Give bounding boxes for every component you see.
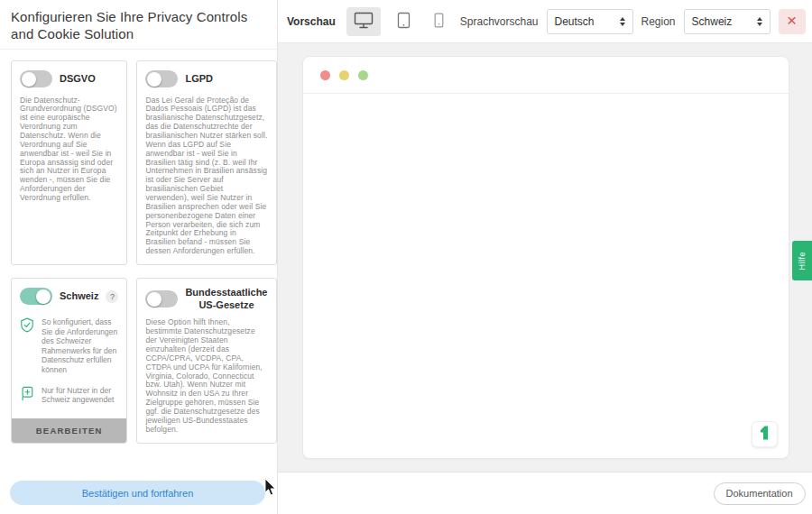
language-select[interactable]: Deutsch (547, 9, 633, 34)
help-tab[interactable]: Hilfe (792, 241, 812, 280)
desktop-icon (354, 12, 374, 32)
shield-check-icon (20, 317, 34, 375)
window-dot-yellow (339, 70, 349, 80)
card-schweiz: Schweiz ? So konfiguriert, dass Sie die … (11, 278, 127, 444)
confirm-continue-button[interactable]: Bestätigen und fortfahren (10, 481, 265, 505)
lgpd-label: LGPD (185, 73, 213, 86)
schweiz-point-users: Nur für Nutzer in der Schweiz angewendet (20, 386, 118, 405)
lgpd-toggle[interactable] (145, 70, 178, 87)
bearbeiten-button[interactable]: BEARBEITEN (12, 418, 126, 443)
card-dsgvo: DSGVO Die Datenschutz-Grundverordnung (D… (11, 60, 127, 265)
browser-mockup-window (302, 56, 789, 459)
region-select[interactable]: Schweiz (684, 9, 770, 34)
card-us-gesetze: Bundesstaatliche US-Gesetze Diese Option… (136, 278, 276, 444)
tablet-icon (397, 12, 411, 32)
schweiz-toggle[interactable] (20, 288, 52, 305)
topbar-right-controls: Sprachvorschau Deutsch Region Schweiz × (460, 9, 806, 34)
toggle-knob (22, 72, 36, 87)
close-preview-button[interactable]: × (779, 9, 806, 34)
dsgvo-description: Die Datenschutz-Grundverordnung (DSGVO) … (20, 96, 118, 203)
dsgvo-label: DSGVO (60, 73, 96, 86)
toggle-knob (147, 72, 161, 87)
us-description: Diese Option hilft Ihnen, bestimmte Date… (145, 318, 267, 434)
config-panel: Konfigurieren Sie Ihre Privacy Controls … (0, 0, 278, 514)
lgpd-description: Das Lei Geral de Proteção de Dados Pesso… (145, 96, 267, 256)
us-label: Bundesstaatliche US-Gesetze (185, 287, 267, 312)
us-toggle[interactable] (145, 290, 178, 307)
lgpd-toggle-row: LGPD (145, 69, 267, 89)
iubenda-logo-icon (758, 425, 770, 444)
preview-footer: Dokumentation (278, 472, 812, 514)
device-tablet-button[interactable] (390, 7, 418, 36)
updown-arrows-icon (620, 17, 625, 26)
preview-panel: Vorschau (278, 0, 812, 514)
window-dot-green (358, 70, 368, 80)
updown-arrows-icon (757, 17, 762, 26)
toggle-knob (36, 289, 51, 304)
schweiz-help-badge[interactable]: ? (106, 290, 118, 303)
iubenda-badge-button[interactable] (752, 421, 778, 447)
window-dot-red (320, 70, 330, 80)
toggle-knob (147, 292, 161, 307)
language-preview-label: Sprachvorschau (460, 15, 539, 28)
config-header: Konfigurieren Sie Ihre Privacy Controls … (0, 0, 277, 50)
documentation-button[interactable]: Dokumentation (714, 482, 806, 505)
us-toggle-row: Bundesstaatliche US-Gesetze (145, 287, 267, 312)
close-icon: × (787, 12, 797, 29)
phone-icon (434, 13, 444, 31)
device-desktop-button[interactable] (346, 7, 381, 36)
schweiz-point-text: Nur für Nutzer in der Schweiz angewendet (42, 386, 118, 405)
card-lgpd: LGPD Das Lei Geral de Proteção de Dados … (136, 60, 276, 265)
browser-mockup-toolbar (303, 57, 789, 94)
device-phone-button[interactable] (427, 7, 451, 36)
region-label: Region (641, 15, 676, 28)
preview-label: Vorschau (287, 15, 336, 28)
language-select-value: Deutsch (555, 15, 613, 28)
help-tab-label: Hilfe (798, 252, 807, 271)
app-window: Konfigurieren Sie Ihre Privacy Controls … (0, 0, 812, 514)
region-select-value: Schweiz (692, 15, 750, 28)
legislation-cards: DSGVO Die Datenschutz-Grundverordnung (D… (0, 50, 277, 444)
preview-canvas (278, 43, 812, 472)
schweiz-point-text: So konfiguriert, dass Sie die Anforderun… (42, 317, 118, 375)
preview-topbar: Vorschau (278, 0, 812, 43)
page-title: Konfigurieren Sie Ihre Privacy Controls … (11, 9, 266, 43)
schweiz-point-configured: So konfiguriert, dass Sie die Anforderun… (20, 317, 118, 375)
dsgvo-toggle-row: DSGVO (20, 69, 118, 89)
schweiz-toggle-row: Schweiz ? (20, 287, 118, 307)
swiss-flag-icon (20, 386, 34, 405)
dsgvo-toggle[interactable] (20, 70, 52, 87)
schweiz-label: Schweiz (60, 290, 98, 303)
